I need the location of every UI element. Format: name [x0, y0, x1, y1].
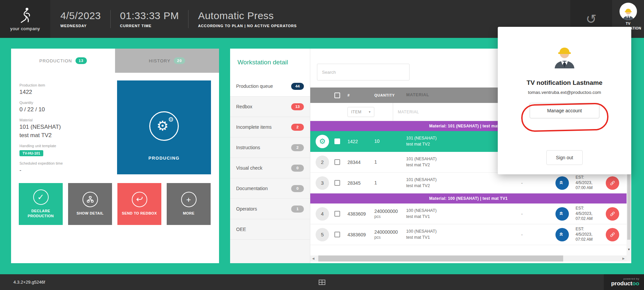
send-to-redbox-button[interactable]: SEND TO REDBOX [117, 183, 161, 225]
send-arrow-icon [132, 192, 147, 207]
productoo-logo: productoo [611, 280, 639, 287]
producing-icon-circle: ⚙ ⚙ [149, 111, 179, 141]
gear-icon: ⚙ [157, 119, 169, 132]
app-version: 4.3.2+29.g5246f [13, 280, 45, 285]
menu-redbox[interactable]: Redbox 13 [230, 97, 310, 117]
field-label: Production item [19, 83, 110, 87]
check-icon: ✓ [33, 189, 49, 205]
item-filter-dropdown[interactable]: ITEM ▾ [347, 107, 374, 117]
row-checkbox[interactable] [334, 159, 340, 165]
menu-production-queue[interactable]: Production queue 44 [230, 76, 310, 97]
row-checkbox[interactable] [334, 180, 340, 186]
manage-account-button[interactable]: Manage account [530, 103, 599, 118]
horizontal-scrollbar[interactable]: ◀ ▶ [310, 255, 627, 262]
instructions-count-badge: 2 [291, 144, 304, 151]
expedition-time-value: - [19, 167, 110, 174]
menu-operators[interactable]: Operators 1 [230, 199, 310, 219]
production-fields: Production item 1422 Quantity 0 / 22 / 1… [19, 78, 110, 174]
row-checkbox[interactable] [334, 232, 340, 237]
scroll-right-arrow-icon[interactable]: ▶ [621, 255, 627, 262]
production-card: PRODUCTION 13 HISTORY 20 Production item… [11, 49, 219, 263]
gear-icon: ⚙ [168, 116, 174, 123]
link-icon [609, 179, 616, 187]
grid-icon [319, 280, 325, 285]
column-header-material: MATERIAL [406, 92, 495, 98]
history-count-badge: 20 [174, 57, 185, 64]
visual-check-count-badge: 0 [291, 165, 304, 172]
producing-row-gear-icon: ⚙ [316, 135, 329, 148]
documentation-count-badge: 0 [291, 185, 304, 192]
popup-worker-avatar-icon [550, 40, 579, 68]
user-account-popup: TV notification Lastname tomas.ventruba.… [498, 27, 631, 174]
field-label: Handling unit template [19, 144, 110, 148]
double-chevron-up-icon: « [559, 181, 566, 185]
link-button[interactable] [606, 176, 619, 190]
more-button[interactable]: + MORE [167, 183, 211, 225]
current-date: 4/5/2023 [60, 10, 101, 21]
link-button[interactable] [606, 207, 619, 221]
workstation-name: Automatic Press [198, 10, 297, 21]
company-logo[interactable]: your company [0, 0, 50, 38]
select-all-checkbox[interactable] [334, 93, 340, 98]
powered-by-label: powered by [624, 277, 639, 280]
popup-user-email: tomas.ventruba.ext@productoo.com [498, 90, 631, 95]
production-actions: ✓ DECLARE PRODUCTION SHOW DETAIL SEND TO… [19, 183, 211, 225]
current-time-label: CURRENT TIME [120, 24, 179, 28]
row-checkbox[interactable] [334, 211, 340, 217]
production-item-value: 1422 [19, 89, 110, 96]
tab-production-label: PRODUCTION [39, 58, 72, 63]
search-input[interactable] [317, 64, 410, 80]
redbox-count-badge: 13 [291, 103, 304, 110]
horizontal-scroll-thumb[interactable] [318, 255, 563, 262]
production-tabs: PRODUCTION 13 HISTORY 20 [11, 49, 219, 73]
double-chevron-up-icon: « [559, 212, 566, 216]
queue-row-5[interactable]: 5 4383609 240000000pcs 100 (NESAHAT)test… [310, 224, 627, 245]
scroll-left-arrow-icon[interactable]: ◀ [310, 255, 316, 262]
producing-label: PRODUCING [117, 156, 211, 161]
row-checkbox[interactable] [334, 138, 340, 144]
show-detail-button[interactable]: SHOW DETAIL [68, 183, 112, 225]
chevron-down-icon: ▾ [369, 110, 371, 114]
link-button[interactable] [606, 228, 619, 241]
row-number: 2 [316, 156, 329, 169]
double-chevron-up-icon: « [559, 232, 566, 236]
plus-icon: + [181, 192, 197, 207]
workstation-status: ACCORDING TO PLAN | NO ACTIVE OPERATORS [198, 24, 297, 28]
row-number: 5 [316, 228, 329, 241]
grid-view-button[interactable] [317, 279, 327, 285]
move-to-top-button[interactable]: « [555, 176, 569, 190]
menu-instructions[interactable]: Instructions 2 [230, 137, 310, 158]
tab-production[interactable]: PRODUCTION 13 [11, 49, 115, 73]
producing-status-box: ⚙ ⚙ PRODUCING [117, 80, 211, 174]
material-group-banner: Material: 100 (NESAHAT) | test mat TV1 [310, 193, 627, 204]
sign-out-button[interactable]: Sign out [546, 150, 583, 165]
time-block: 01:33:33 PM CURRENT TIME [120, 10, 179, 28]
company-logo-icon [16, 7, 34, 25]
menu-incomplete-items[interactable]: Incomplete items 2 [230, 117, 310, 137]
workstation-block: Automatic Press ACCORDING TO PLAN | NO A… [198, 10, 297, 28]
field-label: Material [19, 118, 110, 122]
menu-documentation[interactable]: Documentation 0 [230, 178, 310, 199]
queue-row-4[interactable]: 4 4383609 240000000pcs 100 (NESAHAT)test… [310, 204, 627, 224]
tab-history[interactable]: HISTORY 20 [115, 49, 219, 73]
move-to-top-button[interactable]: « [555, 228, 569, 241]
link-icon [609, 231, 616, 238]
menu-visual-check[interactable]: Visual check 0 [230, 158, 310, 178]
queue-count-badge: 44 [291, 83, 304, 90]
popup-user-name: TV notification Lastname [498, 79, 631, 86]
move-to-top-button[interactable]: « [555, 207, 569, 221]
tab-history-label: HISTORY [149, 58, 170, 63]
production-count-badge: 13 [75, 57, 87, 64]
bottom-bar: 4.3.2+29.g5246f powered by productoo [0, 274, 644, 290]
material-filter-input[interactable] [397, 109, 471, 115]
field-label: Quantity [19, 101, 110, 105]
date-block: 4/5/2023 WEDNESDAY [60, 10, 101, 28]
quantity-value: 0 / 22 / 10 [19, 106, 110, 113]
productoo-brand: powered by productoo [604, 274, 644, 290]
queue-row-3[interactable]: 3 28345 1 101 (NESAHAT)test mat TV2 - « … [310, 173, 627, 193]
header-divider [188, 10, 189, 28]
menu-oee[interactable]: OEE [230, 219, 310, 240]
column-header-item: # [347, 93, 374, 97]
declare-production-button[interactable]: ✓ DECLARE PRODUCTION [19, 183, 63, 225]
scroll-down-arrow-icon[interactable]: ▼ [627, 246, 631, 253]
